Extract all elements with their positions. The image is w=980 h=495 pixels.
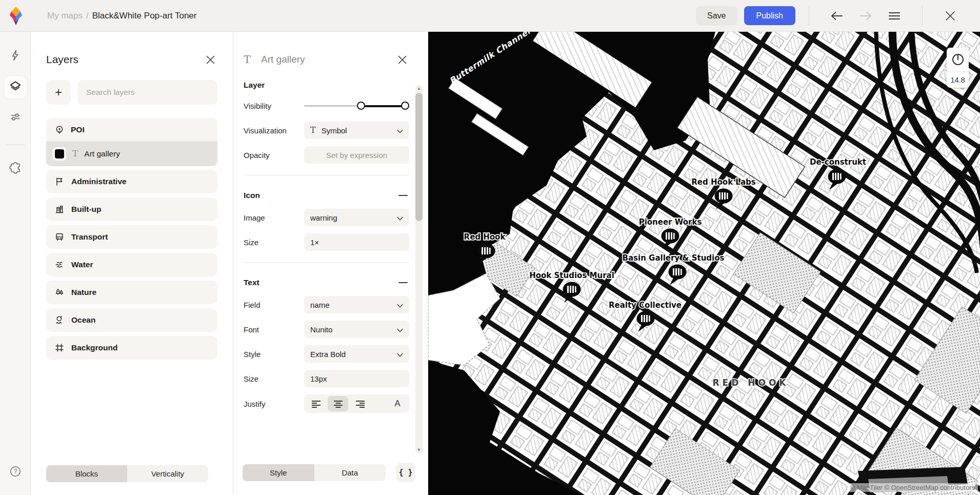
layer-color-swatch[interactable]: [53, 147, 66, 161]
help-icon: ?: [9, 465, 22, 480]
topbar-divider: [809, 6, 809, 26]
breadcrumb: My maps / Black&White Pop-art Toner: [47, 11, 196, 21]
image-label: Image: [244, 213, 304, 222]
text-field-dropdown[interactable]: name: [304, 296, 409, 313]
properties-footer-tabs: Style Data: [243, 464, 386, 481]
style-label: Style: [244, 350, 304, 359]
close-editor-button[interactable]: [942, 7, 959, 25]
text-transform-button[interactable]: A: [387, 396, 408, 411]
trees-icon: [55, 288, 64, 297]
layers-panel-title: Layers: [46, 53, 78, 66]
collapse-text-section-button[interactable]: [397, 276, 409, 289]
justify-button-group: A: [304, 394, 409, 413]
layer-group-built-up[interactable]: Built-up: [46, 197, 217, 221]
opacity-expression-button[interactable]: Set by expression: [304, 146, 409, 164]
map-poi-label: Basin Gallery & Studios: [623, 253, 725, 263]
map-attribution[interactable]: © MapTiler © OpenStreetMap contributors: [847, 483, 978, 492]
layer-item-art-gallery[interactable]: T Art gallery: [46, 141, 217, 166]
tab-blocks[interactable]: Blocks: [46, 465, 127, 482]
align-center-button[interactable]: [328, 396, 348, 411]
collapse-icon-section-button[interactable]: [397, 189, 409, 202]
layer-group-ocean[interactable]: Ocean: [46, 308, 217, 332]
code-json-button[interactable]: { }: [396, 463, 415, 482]
search-layers-input[interactable]: [77, 80, 217, 105]
menu-hamburger-icon[interactable]: [886, 7, 903, 25]
visibility-slider-handle-min[interactable]: [357, 102, 365, 110]
flash-icon: [9, 49, 22, 64]
text-style-dropdown[interactable]: Extra Bold: [304, 345, 409, 363]
layer-group-label: Transport: [71, 232, 108, 242]
buildings-icon: [55, 205, 64, 214]
tab-data[interactable]: Data: [314, 464, 386, 481]
rail-item-tune[interactable]: [4, 107, 27, 129]
icon-image-dropdown[interactable]: warning: [304, 209, 409, 226]
properties-panel-title: Art gallery: [261, 54, 395, 65]
text-field-value: name: [310, 301, 330, 309]
undo-back-button[interactable]: [828, 7, 846, 25]
text-size-label: Size: [244, 374, 304, 383]
chevron-down-icon: [397, 350, 403, 359]
map-poi-label: Hook Studios Mural: [529, 271, 614, 280]
save-button[interactable]: Save: [696, 6, 737, 25]
properties-scrollbar[interactable]: ▲ ▼: [415, 85, 423, 454]
rail-item-layers[interactable]: [4, 76, 27, 98]
text-font-value: Nunito: [310, 325, 332, 334]
rail-item-flash[interactable]: [4, 45, 27, 68]
icon-size-label: Size: [244, 238, 304, 247]
chevron-down-icon: [397, 126, 403, 135]
symbol-type-icon: T: [72, 149, 78, 158]
opacity-label: Opacity: [244, 151, 304, 160]
layer-group-nature[interactable]: Nature: [46, 281, 217, 304]
text-style-value: Extra Bold: [310, 350, 346, 359]
close-layers-panel-button[interactable]: [203, 52, 217, 67]
layers-icon: [9, 80, 22, 95]
map-title[interactable]: Black&White Pop-art Toner: [92, 11, 197, 21]
redo-forward-button[interactable]: [857, 7, 874, 25]
visibility-slider-handle-max[interactable]: [401, 102, 409, 110]
add-layer-button[interactable]: +: [46, 80, 71, 105]
layer-properties-panel: T Art gallery Layer Visibility Visualiza…: [233, 32, 428, 495]
map-zoom-level: 14.8: [947, 72, 969, 88]
tab-verticality[interactable]: Verticality: [127, 465, 208, 482]
text-size-input[interactable]: 13px: [304, 370, 409, 387]
section-divider: [244, 175, 409, 175]
maptiler-logo-icon[interactable]: [7, 6, 25, 26]
section-heading-text: Text: [244, 278, 259, 287]
scroll-down-arrow-icon[interactable]: ▼: [417, 448, 422, 452]
text-font-dropdown[interactable]: Nunito: [304, 321, 409, 338]
waves-icon: [55, 260, 64, 269]
align-right-button[interactable]: [350, 396, 370, 411]
breadcrumb-parent[interactable]: My maps: [47, 11, 83, 21]
layer-group-transport[interactable]: Transport: [46, 225, 217, 249]
rail-item-help[interactable]: ?: [4, 461, 27, 484]
layer-group-poi[interactable]: POI: [46, 118, 217, 141]
visibility-range-slider[interactable]: [304, 97, 409, 114]
field-label: Field: [244, 301, 304, 309]
chevron-down-icon: [397, 325, 403, 334]
close-properties-panel-button[interactable]: [395, 52, 409, 67]
map-poi-label: Red Hook Labs: [691, 177, 755, 187]
layer-group-label: Ocean: [71, 315, 95, 325]
scroll-up-arrow-icon[interactable]: ▲: [417, 86, 422, 91]
layer-group-label: Nature: [71, 288, 96, 297]
map-history-clock-button[interactable]: [947, 48, 969, 72]
scrollbar-thumb[interactable]: [415, 93, 423, 221]
map-canvas[interactable]: Buttermilk Channel RED HOOK Red Hook Lab…: [428, 32, 980, 495]
publish-button[interactable]: Publish: [744, 6, 795, 25]
map-poi-label: Realty Collective: [609, 301, 682, 310]
icon-size-value: 1×: [310, 238, 319, 247]
visualization-dropdown[interactable]: T Symbol: [304, 122, 409, 139]
rail-item-plugins[interactable]: [4, 157, 27, 180]
flag-icon: [55, 177, 64, 186]
layer-group-background[interactable]: Background: [46, 336, 217, 360]
align-left-button[interactable]: [306, 396, 326, 411]
layer-group-administrative[interactable]: Administrative: [46, 170, 217, 193]
symbol-type-icon: T: [310, 126, 316, 134]
tab-style[interactable]: Style: [243, 464, 314, 481]
layer-group-label: Administrative: [71, 177, 127, 186]
justify-label: Justify: [244, 400, 304, 408]
layer-item-label: Art gallery: [84, 149, 120, 159]
layer-group-water[interactable]: Water: [46, 253, 217, 276]
frame-icon: [55, 343, 64, 352]
icon-size-input[interactable]: 1×: [304, 233, 409, 251]
